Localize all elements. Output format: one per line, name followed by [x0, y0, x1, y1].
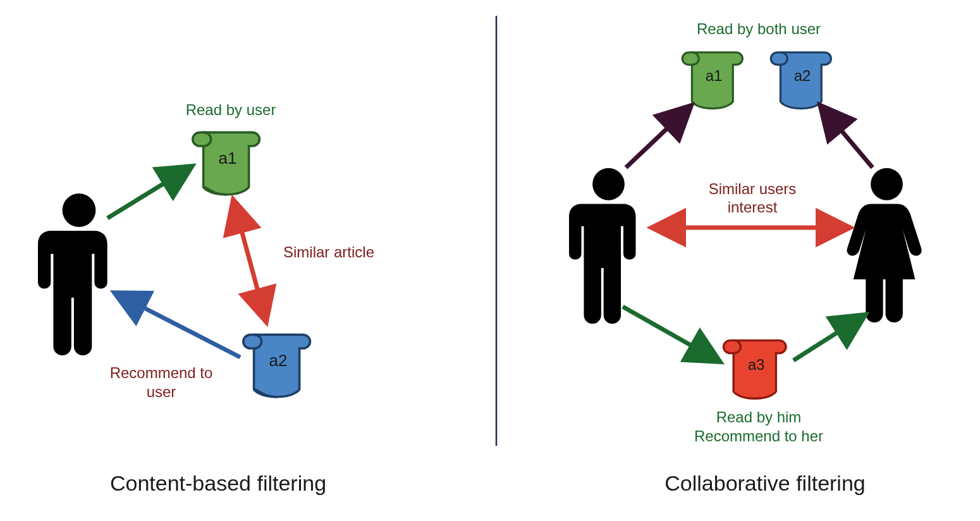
arrow-man-to-a1a2 — [626, 107, 689, 168]
similar-users-label: Similar users interest — [686, 180, 819, 217]
arrow-a3-to-woman — [793, 316, 863, 360]
read-by-both-label: Read by both user — [680, 20, 838, 38]
arrow-woman-to-a1a2 — [822, 107, 873, 168]
read-recommend-label: Read by him Recommend to her — [680, 408, 838, 446]
arrow-man-to-a3 — [623, 307, 718, 360]
right-title: Collaborative filtering — [639, 471, 891, 496]
